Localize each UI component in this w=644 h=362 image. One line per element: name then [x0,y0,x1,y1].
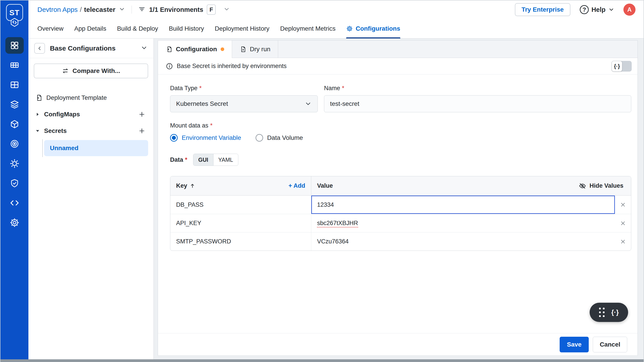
rail-global-config-icon[interactable] [5,214,24,231]
devtron-window: ST [0,0,644,362]
mode-yaml-button[interactable]: YAML [214,154,238,166]
tree-item-deployment-template[interactable]: Deployment Template [28,90,154,106]
app-nav-tabs: Overview App Details Build & Deploy Buil… [28,19,644,38]
filter-icon [138,5,146,14]
tab-configurations[interactable]: Configurations [346,19,400,38]
try-enterprise-button[interactable]: Try Enterprise [515,3,570,16]
environment-shortcut-badge: F [207,4,216,15]
data-label: Data* [170,156,187,163]
panel-chevron-down-icon[interactable] [140,44,148,52]
code-braces-icon[interactable]: {·} [611,308,619,316]
breadcrumb-app-name[interactable]: telecaster [84,6,115,14]
close-icon [620,238,626,245]
hide-values-button[interactable]: Hide Values [590,182,624,189]
key-cell[interactable]: API_KEY [170,214,311,232]
tab-deployment-metrics[interactable]: Deployment Metrics [280,19,336,38]
table-row: SMTP_PASSWORD VCzu76364 [170,232,631,250]
rail-application-groups-icon[interactable] [5,76,24,93]
left-nav-rail: ST [0,0,28,362]
tree-item-secrets[interactable]: Secrets [28,122,154,139]
data-type-select[interactable]: Kubernetes Secret [170,95,318,112]
panel-title: Base Configurations [50,44,116,52]
required-mark: * [200,85,202,92]
document-play-icon [240,46,246,52]
collapse-panel-button[interactable] [34,43,45,54]
tab-app-details[interactable]: App Details [74,19,106,38]
delete-row-button[interactable] [615,196,631,214]
name-input[interactable]: test-secret [324,95,631,112]
rail-security-icon[interactable] [5,175,24,192]
tree-indent-line [42,139,43,157]
data-mode-switcher: GUI YAML [193,154,238,166]
tab-dry-run[interactable]: Dry run [232,40,278,58]
tab-build-deploy[interactable]: Build & Deploy [117,19,158,38]
rail-code-icon[interactable] [5,195,24,211]
environment-chevron-icon[interactable] [223,6,230,14]
add-row-button[interactable]: + Add [288,182,305,189]
rail-target-icon[interactable] [5,136,24,152]
environment-selector[interactable]: 1/1 Environments F [138,4,230,15]
document-code-icon [35,94,42,101]
rail-charts-icon[interactable] [5,96,24,113]
radio-data-volume[interactable]: Data Volume [256,134,303,142]
breadcrumb-separator: / [80,6,82,14]
help-menu[interactable]: ? Help [580,5,614,14]
app-switcher-chevron-icon[interactable] [118,6,125,14]
value-cell[interactable]: VCzu76364 [311,232,615,250]
rail-packages-icon[interactable] [5,116,24,132]
add-secret-icon[interactable] [138,127,146,134]
tab-configuration[interactable]: Configuration [158,40,232,58]
tab-deployment-history[interactable]: Deployment History [215,19,270,38]
tree-item-unnamed-secret[interactable]: Unnamed [44,140,148,156]
add-configmap-icon[interactable] [138,111,146,118]
code-view-toggle[interactable]: {·} [612,61,632,72]
info-icon [166,62,173,70]
close-icon [620,220,626,226]
compare-icon [62,67,69,74]
value-cell[interactable]: sbc267tXBJHR [311,214,615,232]
rail-bulk-edit-icon[interactable] [5,155,24,172]
compare-with-button[interactable]: Compare With... [34,64,148,78]
configuration-tree: Deployment Template ConfigMaps Secrets [28,90,154,157]
required-mark: * [210,122,212,129]
help-chevron-icon [608,6,614,13]
radio-selected-icon [170,134,178,142]
server-logo[interactable]: ST [5,4,24,26]
name-label: Name* [324,85,631,92]
sort-ascending-icon[interactable] [190,183,195,189]
code-braces-icon: {·} [612,61,622,72]
rail-jobs-icon[interactable] [5,57,24,74]
mode-gui-button[interactable]: GUI [193,154,213,166]
value-cell-focused[interactable]: 12334 [311,196,615,214]
key-cell[interactable]: DB_PASS [170,196,311,214]
data-type-label: Data Type* [170,85,318,92]
secret-data-table: Key + Add Value Hide Values [170,176,631,251]
editor-footer: Save Cancel [158,333,638,356]
radio-environment-variable[interactable]: Environment Variable [170,134,241,142]
chevron-left-icon [37,46,42,51]
floating-code-widget[interactable]: {·} [590,303,628,322]
delete-row-button[interactable] [615,214,631,232]
cancel-button[interactable]: Cancel [593,337,627,352]
topbar: Devtron Apps / telecaster 1/1 Environmen… [28,0,644,38]
tree-item-configmaps[interactable]: ConfigMaps [28,106,154,122]
required-mark: * [342,85,344,92]
key-column-header[interactable]: Key [176,182,187,189]
tab-overview[interactable]: Overview [37,19,64,38]
breadcrumb-root[interactable]: Devtron Apps [37,6,78,14]
key-cell[interactable]: SMTP_PASSWORD [170,232,311,250]
table-header: Key + Add Value Hide Values [170,176,631,196]
caret-right-icon [35,112,40,117]
info-banner-text: Base Secret is inherited by environments [177,63,287,70]
close-icon [620,202,626,208]
help-label: Help [592,6,606,14]
tab-build-history[interactable]: Build History [169,19,204,38]
topbar-divider [132,6,132,14]
save-button[interactable]: Save [560,337,589,352]
drag-handle-icon[interactable] [599,308,604,317]
rail-applications-icon[interactable] [5,37,24,54]
user-avatar[interactable]: A [624,4,636,16]
delete-row-button[interactable] [615,232,631,250]
unsaved-changes-dot [221,48,224,51]
radio-unselected-icon [256,134,263,142]
